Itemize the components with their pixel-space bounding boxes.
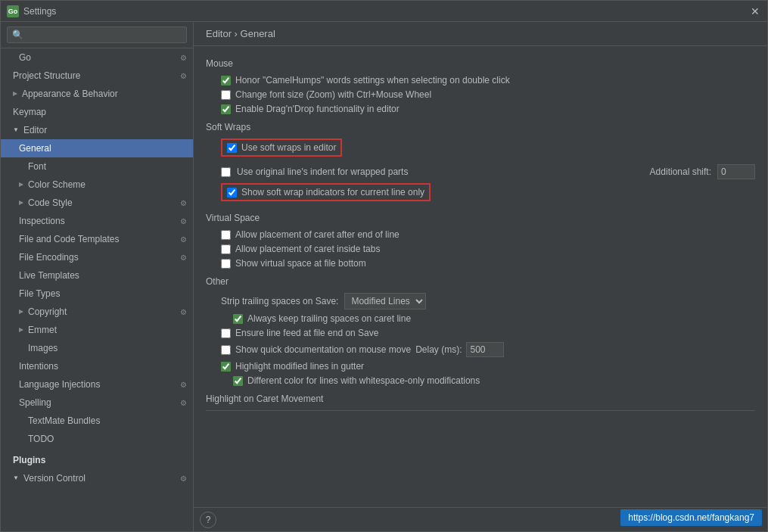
plugins-label: Plugins (13, 453, 45, 467)
virtual-space-bottom-label: Show virtual space at file bottom (235, 258, 366, 269)
sidebar-item-keymap[interactable]: Keymap (1, 103, 193, 121)
sidebar: Go ⚙ Project Structure ⚙ ▶ Appearance & … (1, 22, 194, 531)
general-label: General (19, 142, 51, 155)
soft-wrap-indicators-checkbox[interactable] (227, 188, 237, 198)
use-soft-wraps-row: Use soft wraps in editor (221, 138, 342, 157)
sidebar-item-language-injections[interactable]: Language Injections ⚙ (1, 375, 193, 394)
font-size-checkbox[interactable] (221, 90, 231, 100)
sidebar-item-file-code-templates[interactable]: File and Code Templates ⚙ (1, 230, 193, 248)
quick-doc-checkbox[interactable] (221, 345, 231, 355)
sidebar-item-file-types[interactable]: File Types (1, 285, 193, 303)
line-feed-checkbox[interactable] (221, 328, 231, 338)
line-feed-row: Ensure line feed at file end on Save (221, 328, 755, 338)
drag-drop-row: Enable Drag'n'Drop functionality in edit… (221, 104, 755, 114)
use-soft-wraps-label: Use soft wraps in editor (241, 142, 336, 153)
virtual-space-bottom-checkbox[interactable] (221, 259, 231, 269)
emmet-arrow: ▶ (19, 325, 23, 334)
caret-tabs-checkbox[interactable] (221, 244, 231, 254)
camel-humps-checkbox[interactable] (221, 76, 231, 86)
sidebar-item-live-templates[interactable]: Live Templates (1, 266, 193, 285)
sidebar-item-inspections[interactable]: Inspections ⚙ (1, 212, 193, 230)
go-settings-icon: ⚙ (180, 52, 187, 64)
li-settings-icon: ⚙ (180, 379, 187, 390)
search-box (1, 22, 193, 48)
file-encodings-label: File Encodings (19, 250, 79, 264)
camel-humps-label: Honor "CamelHumps" words settings when s… (235, 75, 510, 86)
sidebar-item-images[interactable]: Images (1, 339, 193, 357)
font-size-label: Change font size (Zoom) with Ctrl+Mouse … (235, 89, 431, 100)
sidebar-scroll: Go ⚙ Project Structure ⚙ ▶ Appearance & … (1, 48, 193, 531)
quick-doc-row: Show quick documentation on mouse move D… (221, 342, 755, 357)
window-title: Settings (23, 6, 749, 17)
todo-label: TODO (28, 432, 54, 446)
highlight-modified-row: Highlight modified lines in gutter (221, 361, 755, 372)
use-soft-wraps-checkbox[interactable] (227, 143, 237, 153)
project-settings-icon: ⚙ (180, 70, 187, 82)
sidebar-item-appearance[interactable]: ▶ Appearance & Behavior (1, 85, 193, 103)
original-indent-checkbox[interactable] (221, 167, 231, 177)
spelling-settings-icon: ⚙ (180, 397, 187, 409)
drag-drop-label: Enable Drag'n'Drop functionality in edit… (235, 104, 400, 114)
soft-wrap-indicators-row: Show soft wrap indicators for current li… (221, 183, 431, 201)
keymap-label: Keymap (13, 105, 46, 119)
additional-shift-label: Additional shift: (650, 166, 711, 177)
sidebar-item-file-encodings[interactable]: File Encodings ⚙ (1, 248, 193, 266)
additional-shift-input[interactable] (717, 164, 755, 179)
help-button[interactable]: ? (200, 512, 216, 528)
strip-trailing-row: Strip trailing spaces on Save: None All … (221, 293, 755, 310)
breadcrumb-part2: General (241, 28, 275, 39)
sidebar-item-project-structure[interactable]: Project Structure ⚙ (1, 67, 193, 85)
main-content-area: Go ⚙ Project Structure ⚙ ▶ Appearance & … (1, 22, 767, 531)
breadcrumb-part1: Editor (206, 28, 232, 39)
sidebar-item-todo[interactable]: TODO (1, 430, 193, 448)
line-feed-label: Ensure line feed at file end on Save (235, 328, 378, 338)
sidebar-item-spelling[interactable]: Spelling ⚙ (1, 394, 193, 412)
highlight-modified-label: Highlight modified lines in gutter (235, 361, 364, 372)
language-injections-label: Language Injections (19, 378, 100, 391)
copyright-settings-icon: ⚙ (180, 306, 187, 318)
sidebar-item-editor[interactable]: ▼ Editor (1, 121, 193, 139)
delay-input[interactable] (466, 342, 504, 357)
caret-tabs-row: Allow placement of caret inside tabs (221, 244, 755, 254)
file-code-templates-label: File and Code Templates (19, 232, 120, 246)
diff-color-checkbox[interactable] (233, 376, 243, 386)
fct-settings-icon: ⚙ (180, 234, 187, 245)
virtual-space-bottom-row: Show virtual space at file bottom (221, 258, 755, 269)
settings-window: Go Settings ✕ Go ⚙ Project Structure ⚙ ▶ (0, 0, 768, 532)
diff-color-row: Different color for lines with whitespac… (233, 375, 755, 386)
sidebar-item-font[interactable]: Font (1, 157, 193, 176)
vc-settings-icon: ⚙ (180, 473, 187, 484)
sidebar-item-plugins[interactable]: Plugins (1, 451, 193, 469)
original-indent-label: Use original line's indent for wrapped p… (237, 166, 408, 177)
sidebar-item-go[interactable]: Go ⚙ (1, 48, 193, 67)
spelling-label: Spelling (19, 396, 51, 409)
breadcrumb: Editor › General (194, 22, 767, 46)
sidebar-item-copyright[interactable]: ▶ Copyright ⚙ (1, 303, 193, 321)
strip-trailing-label: Strip trailing spaces on Save: (221, 296, 338, 306)
sidebar-item-code-style[interactable]: ▶ Code Style ⚙ (1, 194, 193, 212)
close-button[interactable]: ✕ (749, 5, 761, 17)
diff-color-label: Different color for lines with whitespac… (247, 375, 480, 386)
vc-arrow: ▼ (13, 474, 19, 483)
drag-drop-checkbox[interactable] (221, 104, 231, 114)
caret-eol-checkbox[interactable] (221, 230, 231, 240)
file-types-label: File Types (19, 287, 60, 300)
editor-arrow: ▼ (13, 126, 19, 135)
search-input[interactable] (7, 26, 187, 43)
font-label: Font (28, 160, 46, 173)
color-scheme-label: Color Scheme (28, 178, 86, 191)
highlight-modified-checkbox[interactable] (221, 362, 231, 372)
sidebar-item-emmet[interactable]: ▶ Emmet (1, 321, 193, 339)
sidebar-item-textmate-bundles[interactable]: TextMate Bundles (1, 412, 193, 430)
caret-tabs-label: Allow placement of caret inside tabs (235, 244, 380, 254)
highlight-caret-section-label: Highlight on Caret Movement (206, 394, 755, 404)
strip-trailing-select[interactable]: None All Modified Lines (344, 293, 426, 310)
sidebar-item-color-scheme[interactable]: ▶ Color Scheme (1, 176, 193, 194)
appearance-arrow: ▶ (13, 89, 17, 98)
app-icon: Go (7, 5, 19, 17)
keep-trailing-checkbox[interactable] (233, 314, 243, 324)
sidebar-item-general[interactable]: General (1, 139, 193, 157)
textmate-label: TextMate Bundles (28, 414, 100, 428)
sidebar-item-intentions[interactable]: Intentions (1, 357, 193, 375)
sidebar-item-version-control[interactable]: ▼ Version Control ⚙ (1, 469, 193, 487)
